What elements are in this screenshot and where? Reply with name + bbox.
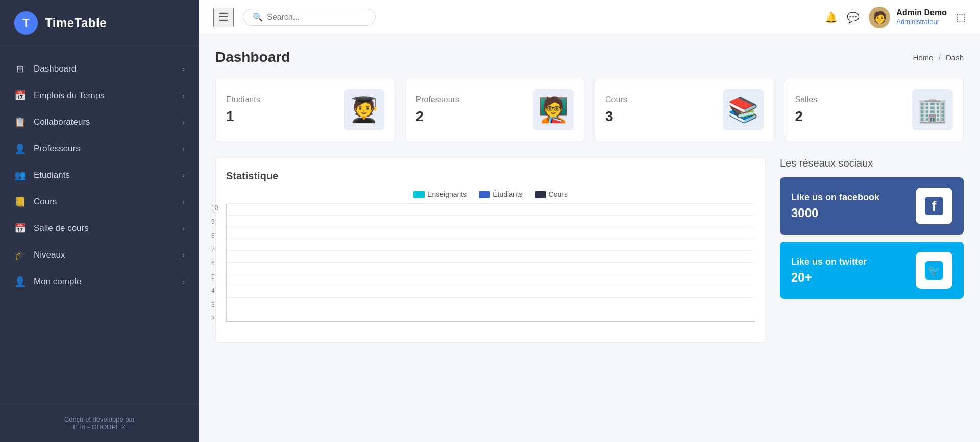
social-card-count: 20+ bbox=[791, 270, 867, 285]
nav-label-etudiants: Etudiants bbox=[34, 170, 70, 180]
chart-legend: EnseignantsÉtudiantsCours bbox=[226, 190, 755, 198]
social-icon-facebook: f bbox=[916, 188, 952, 224]
stat-icon: 📚 bbox=[723, 89, 764, 130]
legend-item: Enseignants bbox=[413, 190, 467, 198]
chart-section: Statistique EnseignantsÉtudiantsCours 23… bbox=[215, 157, 766, 343]
nav-label-emplois: Emplois du Temps bbox=[34, 90, 105, 101]
legend-color bbox=[535, 191, 546, 198]
nav-label-collaborateurs: Collaborateurs bbox=[34, 117, 90, 127]
topbar-icons: 🔔 💬 bbox=[825, 11, 860, 24]
avatar: 🧑 bbox=[869, 7, 890, 28]
bar-chart: 2345678910 bbox=[226, 204, 755, 322]
chevron-icon: › bbox=[182, 277, 185, 286]
chevron-icon: › bbox=[182, 224, 185, 232]
social-card-label: Like us on twitter bbox=[791, 257, 867, 267]
user-role: Administrateur bbox=[896, 18, 947, 27]
chevron-icon: › bbox=[182, 251, 185, 259]
stat-value: 3 bbox=[605, 108, 627, 125]
sidebar-item-moncompte[interactable]: 👤 Mon compte › bbox=[0, 268, 199, 295]
legend-item: Étudiants bbox=[479, 190, 522, 198]
svg-text:🐦: 🐦 bbox=[928, 264, 941, 276]
search-input[interactable] bbox=[267, 13, 359, 22]
nav-label-cours: Cours bbox=[34, 197, 57, 207]
chat-icon[interactable]: 💬 bbox=[847, 11, 860, 24]
menu-toggle-button[interactable]: ☰ bbox=[213, 8, 234, 27]
sidebar-logo: T bbox=[14, 11, 38, 35]
sidebar-footer: Conçu et développé par IFRI - GROUPE 4 bbox=[0, 404, 199, 442]
legend-item: Cours bbox=[535, 190, 568, 198]
chevron-icon: › bbox=[182, 171, 185, 179]
sidebar-item-cours[interactable]: 📒 Cours › bbox=[0, 189, 199, 215]
nav-icon-emplois: 📅 bbox=[14, 90, 26, 101]
bottom-section: Statistique EnseignantsÉtudiantsCours 23… bbox=[215, 157, 964, 343]
social-card-facebook[interactable]: Like us on facebook 3000 f bbox=[780, 177, 964, 235]
chevron-icon: › bbox=[182, 91, 185, 100]
nav-label-niveaux: Niveaux bbox=[34, 250, 65, 260]
nav-icon-professeurs: 👤 bbox=[14, 143, 26, 154]
chevron-icon: › bbox=[182, 118, 185, 126]
stat-label: Professeurs bbox=[416, 95, 459, 104]
chevron-icon: › bbox=[182, 198, 185, 206]
nav-icon-salle: 📅 bbox=[14, 223, 26, 234]
stat-icon: 🧑‍🎓 bbox=[344, 89, 384, 130]
y-axis-labels: 2345678910 bbox=[211, 204, 218, 322]
chevron-icon: › bbox=[182, 145, 185, 153]
stat-value: 1 bbox=[226, 108, 260, 125]
search-bar: 🔍 bbox=[243, 9, 376, 26]
sidebar-item-salle[interactable]: 📅 Salle de cours › bbox=[0, 215, 199, 242]
stat-icon: 🏢 bbox=[912, 89, 953, 130]
sidebar-item-professeurs[interactable]: 👤 Professeurs › bbox=[0, 135, 199, 162]
legend-color bbox=[479, 191, 490, 198]
nav-icon-moncompte: 👤 bbox=[14, 276, 26, 287]
stat-value: 2 bbox=[795, 108, 818, 125]
notification-icon[interactable]: 🔔 bbox=[825, 11, 838, 24]
breadcrumb: Home / Dash bbox=[913, 53, 964, 62]
nav-label-salle: Salle de cours bbox=[34, 223, 89, 234]
stat-card-salles: Salles 2 🏢 bbox=[785, 78, 964, 142]
sidebar-item-emplois[interactable]: 📅 Emplois du Temps › bbox=[0, 82, 199, 109]
sidebar-nav: ⊞ Dashboard › 📅 Emplois du Temps › 📋 Col… bbox=[0, 46, 199, 404]
user-menu[interactable]: 🧑 Admin Demo Administrateur bbox=[869, 7, 947, 28]
chevron-icon: › bbox=[182, 65, 185, 73]
social-title: Les réseaux sociaux bbox=[780, 157, 964, 169]
svg-text:f: f bbox=[932, 198, 937, 214]
stat-label: Cours bbox=[605, 95, 627, 104]
stat-card-professeurs: Professeurs 2 🧑‍🏫 bbox=[405, 78, 585, 142]
chart-title: Statistique bbox=[226, 170, 755, 182]
nav-icon-dashboard: ⊞ bbox=[14, 63, 26, 75]
social-card-twitter[interactable]: Like us on twitter 20+ 🐦 bbox=[780, 242, 964, 299]
social-card-label: Like us on facebook bbox=[791, 192, 879, 203]
sidebar-item-dashboard[interactable]: ⊞ Dashboard › bbox=[0, 56, 199, 82]
sidebar-item-niveaux[interactable]: 🎓 Niveaux › bbox=[0, 242, 199, 268]
stat-label: Etudiants bbox=[226, 95, 260, 104]
stat-value: 2 bbox=[416, 108, 459, 125]
main-area: ☰ 🔍 🔔 💬 🧑 Admin Demo Administrateur ⬚ Da… bbox=[199, 0, 980, 442]
topbar: ☰ 🔍 🔔 💬 🧑 Admin Demo Administrateur ⬚ bbox=[199, 0, 980, 35]
logout-icon[interactable]: ⬚ bbox=[956, 11, 966, 24]
social-icon-twitter: 🐦 bbox=[916, 252, 952, 289]
content-header: Dashboard Home / Dash bbox=[215, 49, 964, 65]
search-icon: 🔍 bbox=[253, 12, 263, 22]
nav-label-professeurs: Professeurs bbox=[34, 144, 80, 154]
user-name: Admin Demo bbox=[896, 8, 947, 18]
sidebar-app-name: TimeTable bbox=[45, 16, 107, 30]
stats-grid: Etudiants 1 🧑‍🎓 Professeurs 2 🧑‍🏫 Cours … bbox=[215, 78, 964, 142]
social-cards: Like us on facebook 3000 f Like us on tw… bbox=[780, 177, 964, 299]
legend-color bbox=[413, 191, 425, 198]
content-area: Dashboard Home / Dash Etudiants 1 🧑‍🎓 Pr… bbox=[199, 35, 980, 442]
sidebar: T TimeTable ⊞ Dashboard › 📅 Emplois du T… bbox=[0, 0, 199, 442]
sidebar-item-collaborateurs[interactable]: 📋 Collaborateurs › bbox=[0, 109, 199, 135]
social-card-count: 3000 bbox=[791, 206, 879, 220]
nav-label-moncompte: Mon compte bbox=[34, 276, 82, 287]
stat-label: Salles bbox=[795, 95, 818, 104]
nav-icon-cours: 📒 bbox=[14, 196, 26, 207]
social-section: Les réseaux sociaux Like us on facebook … bbox=[780, 157, 964, 306]
sidebar-item-etudiants[interactable]: 👥 Etudiants › bbox=[0, 162, 199, 189]
nav-icon-etudiants: 👥 bbox=[14, 170, 26, 181]
stat-card-cours: Cours 3 📚 bbox=[595, 78, 774, 142]
stat-card-etudiants: Etudiants 1 🧑‍🎓 bbox=[215, 78, 395, 142]
nav-icon-collaborateurs: 📋 bbox=[14, 117, 26, 128]
nav-label-dashboard: Dashboard bbox=[34, 64, 76, 74]
nav-icon-niveaux: 🎓 bbox=[14, 249, 26, 261]
page-title: Dashboard bbox=[215, 49, 290, 65]
